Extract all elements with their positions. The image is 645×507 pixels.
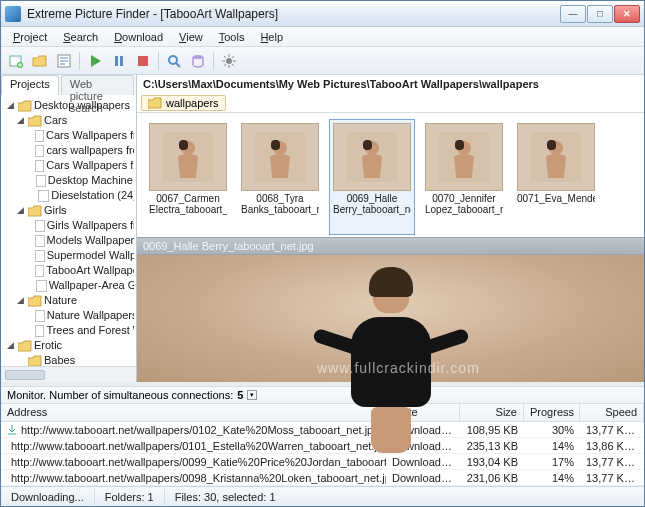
menu-help[interactable]: Help (252, 29, 291, 45)
menu-search[interactable]: Search (55, 29, 106, 45)
start-button[interactable] (84, 50, 106, 72)
tree-node[interactable]: ◢Cars (3, 113, 134, 128)
tree-node[interactable]: Wallpaper-Area Girls (3, 278, 134, 293)
folder-icon (18, 340, 32, 352)
tree-node[interactable]: Trees and Forest Wallpa (3, 323, 134, 338)
status-folders: Folders: 1 (95, 489, 165, 505)
page-icon (35, 265, 44, 277)
page-icon (35, 325, 44, 337)
minimize-button[interactable]: — (560, 5, 586, 23)
properties-button[interactable] (53, 50, 75, 72)
thumbnail-item[interactable]: 0070_Jennifer Lopez_tabooart_ne (421, 119, 507, 235)
tab-web-picture-search[interactable]: Web picture search (61, 75, 134, 95)
statusbar: Downloading... Folders: 1 Files: 30, sel… (1, 486, 644, 506)
tree-label: Cars Wallpapers from De (46, 128, 134, 143)
new-project-button[interactable] (5, 50, 27, 72)
menu-download[interactable]: Download (106, 29, 171, 45)
collapse-icon[interactable]: ◢ (15, 293, 26, 308)
svg-point-8 (226, 58, 232, 64)
tree-node[interactable]: Cars Wallpapers from De (3, 128, 134, 143)
tree-label: Babes (44, 353, 75, 366)
col-size[interactable]: Size (460, 404, 524, 421)
window-title: Extreme Picture Finder - [TabooArt Wallp… (27, 7, 560, 21)
folder-icon (28, 355, 42, 367)
monitor-connections-dropdown[interactable]: ▾ (247, 390, 257, 400)
menu-tools[interactable]: Tools (211, 29, 253, 45)
breadcrumb-folder[interactable]: wallpapers (141, 95, 226, 111)
tree-node[interactable]: ◢Desktop wallpapers (3, 98, 134, 113)
tab-projects[interactable]: Projects (1, 75, 59, 95)
tree-node[interactable]: ◢Nature (3, 293, 134, 308)
status-files: Files: 30, selected: 1 (165, 489, 644, 505)
tree-label: Trees and Forest Wallpa (46, 323, 134, 338)
tree-label: cars wallpapers from DT (46, 143, 134, 158)
tree-node[interactable]: cars wallpapers from DT (3, 143, 134, 158)
tree-label: Nature Wallpapers from (47, 308, 134, 323)
download-grid[interactable]: http://www.tabooart.net/wallpapers/0102_… (1, 422, 644, 486)
close-button[interactable]: ✕ (614, 5, 640, 23)
maximize-button[interactable]: □ (587, 5, 613, 23)
tree-node[interactable]: Babes (3, 353, 134, 366)
download-row[interactable]: http://www.tabooart.net/wallpapers/0101_… (1, 438, 644, 454)
tree-label: Erotic (34, 338, 62, 353)
download-row[interactable]: http://www.tabooart.net/wallpapers/0099_… (1, 454, 644, 470)
tree-label: Desktop Machine (10) (48, 173, 134, 188)
thumbnail-image (517, 123, 595, 191)
tree-node[interactable]: ◢Girls (3, 203, 134, 218)
tree-node[interactable]: Cars Wallpapers from Ju (3, 158, 134, 173)
collapse-icon[interactable]: ◢ (15, 203, 26, 218)
thumbnail-item[interactable]: 0068_Tyra Banks_tabooart_net... (237, 119, 323, 235)
thumbnail-item[interactable]: 0069_Halle Berry_tabooart_net.jp (329, 119, 415, 235)
download-grid-header: Address State Size Progress Speed (1, 404, 644, 422)
tree-label: Wallpaper-Area Girls (49, 278, 134, 293)
selection-info-bar: 0069_Halle Berry_tabooart_net.jpg (137, 237, 644, 255)
cell-address: http://www.tabooart.net/wallpapers/0102_… (1, 424, 386, 436)
cell-prog: 17% (524, 456, 580, 468)
path-label: C:\Users\Max\Documents\My Web Pictures\T… (137, 75, 644, 93)
folder-icon (28, 205, 42, 217)
col-progress[interactable]: Progress (524, 404, 580, 421)
cell-address: http://www.tabooart.net/wallpapers/0098_… (1, 472, 386, 484)
tree-node[interactable]: Models Wallpapers from (3, 233, 134, 248)
database-button[interactable] (187, 50, 209, 72)
thumbnail-item[interactable]: 0067_Carmen Electra_tabooart_ne... (145, 119, 231, 235)
menu-project[interactable]: Project (5, 29, 55, 45)
tree-node[interactable]: Dieselstation (24) (3, 188, 134, 203)
collapse-icon[interactable]: ◢ (15, 113, 26, 128)
cell-size: 235,13 KB (460, 440, 524, 452)
download-row[interactable]: http://www.tabooart.net/wallpapers/0098_… (1, 470, 644, 486)
thumbnail-image (149, 123, 227, 191)
tree-label: Models Wallpapers from (47, 233, 134, 248)
page-icon (36, 280, 46, 292)
collapse-icon[interactable]: ◢ (5, 98, 16, 113)
page-icon (38, 190, 50, 202)
cell-prog: 14% (524, 472, 580, 484)
horizontal-scrollbar[interactable] (1, 366, 136, 382)
col-speed[interactable]: Speed (580, 404, 644, 421)
project-tree[interactable]: ◢Desktop wallpapers◢CarsCars Wallpapers … (1, 95, 136, 366)
page-icon (36, 175, 46, 187)
tree-label: Dieselstation (24) (51, 188, 134, 203)
tree-node[interactable]: TabooArt Wallpapers (30 (3, 263, 134, 278)
menu-view[interactable]: View (171, 29, 211, 45)
col-address[interactable]: Address (1, 404, 386, 421)
page-icon (35, 220, 44, 232)
pause-button[interactable] (108, 50, 130, 72)
stop-button[interactable] (132, 50, 154, 72)
cell-prog: 14% (524, 440, 580, 452)
tree-label: Cars (44, 113, 67, 128)
tree-node[interactable]: Nature Wallpapers from (3, 308, 134, 323)
search-button[interactable] (163, 50, 185, 72)
tree-node[interactable]: Girls Wallpapers from O (3, 218, 134, 233)
tree-node[interactable]: Supermodel Wallpapers (3, 248, 134, 263)
download-row[interactable]: http://www.tabooart.net/wallpapers/0102_… (1, 422, 644, 438)
tree-node[interactable]: ◢Erotic (3, 338, 134, 353)
titlebar: Extreme Picture Finder - [TabooArt Wallp… (1, 1, 644, 27)
monitor-header: Monitor. Number of simultaneous connecti… (1, 386, 644, 404)
settings-button[interactable] (218, 50, 240, 72)
collapse-icon[interactable]: ◢ (5, 338, 16, 353)
svg-point-6 (169, 56, 177, 64)
tree-node[interactable]: Desktop Machine (10) (3, 173, 134, 188)
open-project-button[interactable] (29, 50, 51, 72)
thumbnail-item[interactable]: 0071_Eva_Mendes_t... (513, 119, 599, 235)
